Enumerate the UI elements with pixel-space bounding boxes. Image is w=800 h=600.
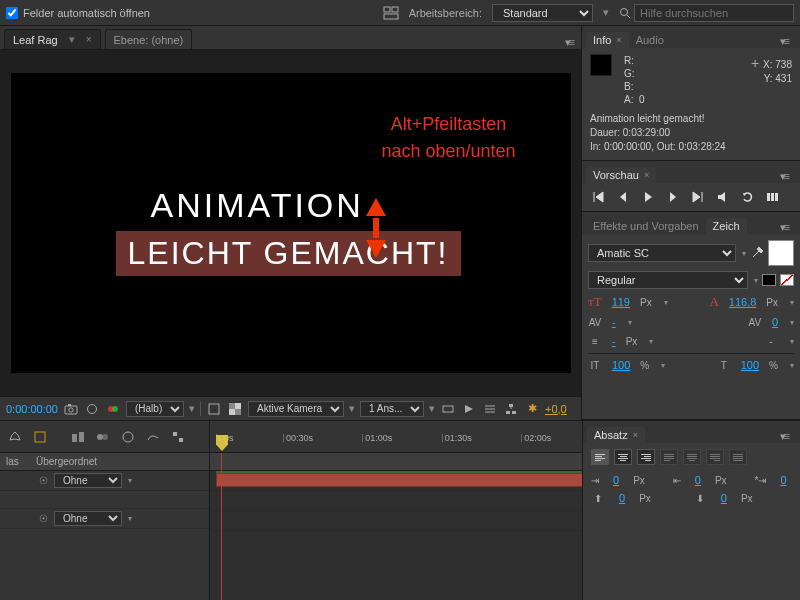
indent-first-value[interactable]: 0 (781, 474, 787, 486)
layer-tab[interactable]: Ebene: (ohne) (105, 29, 193, 49)
transparency-grid-icon[interactable] (227, 401, 243, 417)
align-left-button[interactable] (591, 449, 609, 465)
close-icon[interactable]: × (616, 35, 621, 45)
first-frame-button[interactable] (590, 189, 606, 205)
chevron-down-icon[interactable]: ▾ (790, 298, 794, 307)
composition-tab-active[interactable]: Leaf Rag ▾ × (4, 29, 101, 49)
brain-icon[interactable] (119, 428, 137, 446)
eyedropper-icon[interactable] (750, 246, 764, 260)
align-right-button[interactable] (637, 449, 655, 465)
leading-value[interactable]: 116,8 (729, 296, 757, 308)
kerning-value[interactable]: - (612, 316, 616, 328)
panel-menu-icon[interactable]: ▾≡ (772, 430, 796, 443)
preview-panel-tab[interactable]: Vorschau× (586, 167, 656, 183)
exposure-icon[interactable]: ✱ (524, 401, 540, 417)
chevron-down-icon[interactable]: ▾ (661, 361, 665, 370)
info-panel-tab[interactable]: Info× (586, 32, 629, 48)
pickwhip-icon[interactable]: ☉ (36, 512, 50, 526)
audio-panel-tab[interactable]: Audio (629, 32, 671, 48)
mute-button[interactable] (715, 189, 731, 205)
timeline-layer-row[interactable]: ☉ Ohne ▾ (0, 509, 209, 529)
panel-menu-icon[interactable]: ▾≡ (772, 170, 796, 183)
resolution-icon[interactable] (206, 401, 222, 417)
loop-button[interactable] (740, 189, 756, 205)
pixel-aspect-icon[interactable] (440, 401, 456, 417)
tracking-value[interactable]: 0 (772, 316, 778, 328)
chevron-down-icon[interactable]: ▾ (790, 337, 794, 346)
snapshot-icon[interactable] (63, 401, 79, 417)
justify-last-center-button[interactable] (683, 449, 701, 465)
play-button[interactable] (640, 189, 656, 205)
views-dropdown[interactable]: 1 Ans... (360, 401, 424, 417)
tab-label: Leaf Rag (13, 34, 58, 46)
chevron-down-icon[interactable]: ▾ (664, 298, 668, 307)
timeline-layer-row[interactable]: ☉ Ohne ▾ (0, 471, 209, 491)
justify-all-button[interactable] (729, 449, 747, 465)
camera-dropdown[interactable]: Aktive Kamera (248, 401, 344, 417)
horizontal-scale-icon: T (717, 358, 731, 372)
text-layer-title[interactable]: ANIMATION (151, 186, 364, 225)
justify-last-right-button[interactable] (706, 449, 724, 465)
space-before-value[interactable]: 0 (619, 492, 625, 504)
channel-icon[interactable] (105, 401, 121, 417)
exposure-value[interactable]: +0,0 (545, 403, 567, 415)
composition-viewer[interactable]: Alt+Pfeiltasten nach oben/unten ANIMATIO… (0, 50, 581, 396)
motion-blur-icon[interactable] (94, 428, 112, 446)
tab-label: Ebene: (ohne) (114, 34, 184, 46)
font-family-dropdown[interactable]: Amatic SC (588, 244, 736, 262)
last-frame-button[interactable] (690, 189, 706, 205)
mask-icon[interactable] (84, 401, 100, 417)
stroke-swatch-black[interactable] (762, 274, 776, 286)
switches-icon[interactable] (169, 428, 187, 446)
auto-open-fields-checkbox[interactable]: Felder automatisch öffnen (6, 7, 150, 19)
next-frame-button[interactable] (665, 189, 681, 205)
align-center-button[interactable] (614, 449, 632, 465)
parent-dropdown[interactable]: Ohne (54, 511, 122, 526)
paragraph-panel-tab[interactable]: Absatz× (587, 427, 645, 443)
indent-right-value[interactable]: 0 (695, 474, 701, 486)
effects-presets-tab[interactable]: Effekte und Vorgaben (586, 218, 706, 234)
flowchart-icon[interactable] (503, 401, 519, 417)
workspace-dropdown-caret[interactable]: ▾ (603, 6, 609, 19)
stroke-width-value[interactable]: - (612, 335, 616, 347)
ram-preview-button[interactable] (765, 189, 781, 205)
timeline-icon[interactable] (482, 401, 498, 417)
parent-dropdown[interactable]: Ohne (54, 473, 122, 488)
stroke-style-icon[interactable]: - (764, 334, 778, 348)
shy-icon[interactable] (6, 428, 24, 446)
workspace-dropdown[interactable]: Standard (492, 4, 593, 22)
font-size-value[interactable]: 119 (612, 296, 630, 308)
composition-canvas[interactable]: Alt+Pfeiltasten nach oben/unten ANIMATIO… (11, 73, 571, 373)
panel-menu-icon[interactable]: ▾≡ (772, 221, 796, 234)
chevron-down-icon[interactable]: ▾ (64, 33, 80, 46)
character-panel-tab[interactable]: Zeich (706, 218, 747, 234)
prev-frame-button[interactable] (615, 189, 631, 205)
chevron-down-icon[interactable]: ▾ (628, 318, 632, 327)
text-layer-subtitle-selected[interactable]: LEICHT GEMACHT! (116, 231, 461, 276)
cube-icon[interactable] (31, 428, 49, 446)
zoom-dropdown[interactable]: (Halb) (126, 401, 184, 417)
close-icon[interactable]: × (86, 34, 92, 45)
panel-menu-icon[interactable]: ▾≡ (557, 36, 581, 49)
stroke-color-none[interactable] (780, 274, 794, 286)
space-after-value[interactable]: 0 (721, 492, 727, 504)
close-icon[interactable]: × (644, 170, 649, 180)
indent-left-value[interactable]: 0 (613, 474, 619, 486)
font-style-dropdown[interactable]: Regular (588, 271, 748, 289)
horizontal-scale-value[interactable]: 100 (741, 359, 759, 371)
vertical-scale-value[interactable]: 100 (612, 359, 630, 371)
indent-first-icon: *⇥ (755, 473, 767, 487)
chevron-down-icon[interactable]: ▾ (790, 318, 794, 327)
frame-blend-icon[interactable] (69, 428, 87, 446)
fill-color-swatch[interactable] (768, 240, 794, 266)
fast-preview-icon[interactable] (461, 401, 477, 417)
close-icon[interactable]: × (633, 430, 638, 440)
graph-editor-icon[interactable] (144, 428, 162, 446)
pickwhip-icon[interactable]: ☉ (36, 474, 50, 488)
chevron-down-icon[interactable]: ▾ (649, 337, 653, 346)
chevron-down-icon[interactable]: ▾ (790, 361, 794, 370)
help-search-input[interactable] (634, 4, 794, 22)
current-timecode[interactable]: 0:00:00:00 (6, 403, 58, 415)
justify-last-left-button[interactable] (660, 449, 678, 465)
panel-menu-icon[interactable]: ▾≡ (772, 35, 796, 48)
